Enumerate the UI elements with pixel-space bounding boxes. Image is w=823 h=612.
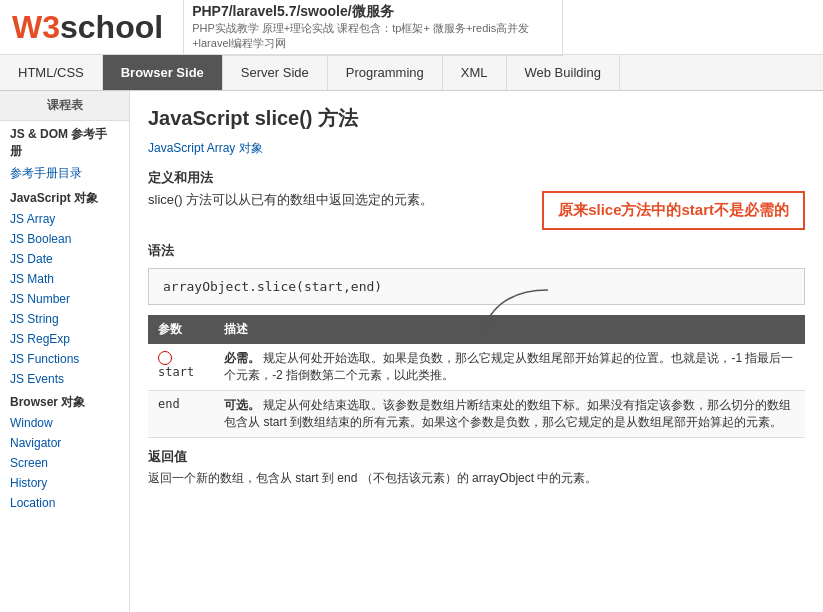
logo-school-text: school	[60, 9, 163, 45]
required-label-start: 必需。	[224, 351, 260, 365]
sidebar-link-window[interactable]: Window	[0, 413, 129, 433]
syntax-box: arrayObject.slice(start,end)	[148, 268, 805, 305]
sidebar: 课程表 JS & DOM 参考手册 参考手册目录 JavaScript 对象 J…	[0, 91, 130, 612]
sidebar-link-jsmath[interactable]: JS Math	[0, 269, 129, 289]
sidebar-link-jsboolean[interactable]: JS Boolean	[0, 229, 129, 249]
ad-title: PHP7/laravel5.7/swoole/微服务	[192, 3, 554, 21]
nav-bar: HTML/CSS Browser Side Server Side Progra…	[0, 55, 823, 91]
logo-w3-text: W3	[12, 9, 60, 45]
return-header: 返回值	[148, 448, 805, 466]
sidebar-link-refindex[interactable]: 参考手册目录	[0, 162, 129, 185]
col-header-desc: 描述	[214, 315, 805, 344]
definition-text: slice() 方法可以从已有的数组中返回选定的元素。	[148, 191, 522, 209]
optional-label-end: 可选。	[224, 398, 260, 412]
sidebar-link-jsevents[interactable]: JS Events	[0, 369, 129, 389]
annotation-box: 原来slice方法中的start不是必需的	[542, 191, 805, 230]
nav-browser-side[interactable]: Browser Side	[103, 55, 223, 90]
return-text: 返回一个新的数组，包含从 start 到 end （不包括该元素）的 array…	[148, 470, 805, 487]
param-table: 参数 描述 start 必需。 规定从何处开始选取。如果是负数，那么它规定从数组…	[148, 315, 805, 438]
breadcrumb[interactable]: JavaScript Array 对象	[148, 141, 263, 155]
syntax-header: 语法	[148, 242, 805, 260]
definition-header: 定义和用法	[148, 169, 805, 187]
logo-w3: W3school	[12, 11, 163, 43]
top-banner: W3school PHP7/laravel5.7/swoole/微服务 PHP实…	[0, 0, 823, 55]
sidebar-link-jsdate[interactable]: JS Date	[0, 249, 129, 269]
sidebar-category-jsobject: JavaScript 对象	[0, 185, 129, 209]
param-name-end: end	[148, 391, 214, 438]
sidebar-link-navigator[interactable]: Navigator	[0, 433, 129, 453]
sidebar-link-location[interactable]: Location	[0, 493, 129, 513]
nav-xml[interactable]: XML	[443, 55, 507, 90]
syntax-code: arrayObject.slice(start,end)	[163, 279, 382, 294]
sidebar-link-jsfunctions[interactable]: JS Functions	[0, 349, 129, 369]
main-layout: 课程表 JS & DOM 参考手册 参考手册目录 JavaScript 对象 J…	[0, 91, 823, 612]
required-circle-start	[158, 351, 172, 365]
param-desc-start: 必需。 规定从何处开始选取。如果是负数，那么它规定从数组尾部开始算起的位置。也就…	[214, 344, 805, 391]
nav-html-css[interactable]: HTML/CSS	[0, 55, 103, 90]
sidebar-link-jsregexp[interactable]: JS RegExp	[0, 329, 129, 349]
sidebar-category-jsdom: JS & DOM 参考手册	[0, 121, 129, 162]
param-table-container: 参数 描述 start 必需。 规定从何处开始选取。如果是负数，那么它规定从数组…	[148, 315, 805, 438]
nav-server-side[interactable]: Server Side	[223, 55, 328, 90]
nav-programming[interactable]: Programming	[328, 55, 443, 90]
logo[interactable]: W3school	[12, 11, 163, 43]
sidebar-section-title: 课程表	[0, 91, 129, 121]
col-header-param: 参数	[148, 315, 214, 344]
annotation-wrapper: slice() 方法可以从已有的数组中返回选定的元素。 原来slice方法中的s…	[148, 191, 805, 230]
sidebar-link-jsarray[interactable]: JS Array	[0, 209, 129, 229]
sidebar-link-history[interactable]: History	[0, 473, 129, 493]
sidebar-link-screen[interactable]: Screen	[0, 453, 129, 473]
param-desc-end: 可选。 规定从何处结束选取。该参数是数组片断结束处的数组下标。如果没有指定该参数…	[214, 391, 805, 438]
ad-block: PHP7/laravel5.7/swoole/微服务 PHP实战教学 原理+理论…	[183, 0, 563, 56]
sidebar-link-jsnumber[interactable]: JS Number	[0, 289, 129, 309]
param-row-end: end 可选。 规定从何处结束选取。该参数是数组片断结束处的数组下标。如果没有指…	[148, 391, 805, 438]
content-area: JavaScript slice() 方法 JavaScript Array 对…	[130, 91, 823, 612]
sidebar-category-browser: Browser 对象	[0, 389, 129, 413]
return-section: 返回值 返回一个新的数组，包含从 start 到 end （不包括该元素）的 a…	[148, 448, 805, 487]
param-desc-end-text: 规定从何处结束选取。该参数是数组片断结束处的数组下标。如果没有指定该参数，那么切…	[224, 398, 791, 429]
page-title: JavaScript slice() 方法	[148, 105, 805, 132]
ad-desc: PHP实战教学 原理+理论实战 课程包含：tp框架+ 微服务+redis高并发+…	[192, 21, 554, 51]
param-desc-start-text: 规定从何处开始选取。如果是负数，那么它规定从数组尾部开始算起的位置。也就是说，-…	[224, 351, 793, 382]
sidebar-link-jsstring[interactable]: JS String	[0, 309, 129, 329]
param-row-start: start 必需。 规定从何处开始选取。如果是负数，那么它规定从数组尾部开始算起…	[148, 344, 805, 391]
param-name-start: start	[148, 344, 214, 391]
nav-web-building[interactable]: Web Building	[507, 55, 620, 90]
